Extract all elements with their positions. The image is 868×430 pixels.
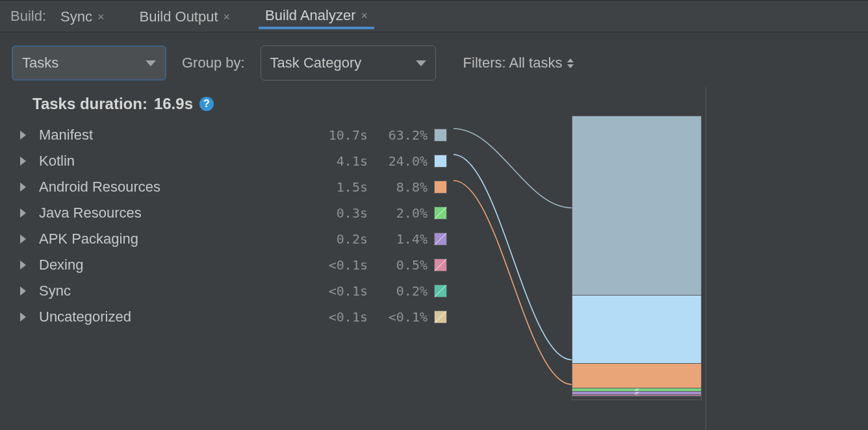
task-name: Manifest xyxy=(39,127,308,144)
task-duration: <0.1s xyxy=(314,257,368,273)
task-duration: 10.7s xyxy=(314,127,368,143)
color-swatch xyxy=(434,259,447,272)
close-icon[interactable]: × xyxy=(361,9,368,23)
task-name: Uncategorized xyxy=(39,309,308,325)
task-duration: 0.2s xyxy=(314,231,368,247)
task-percent: 8.8% xyxy=(374,179,428,195)
chart-segment[interactable] xyxy=(572,295,701,362)
task-duration: 0.3s xyxy=(314,205,368,221)
task-row[interactable]: Dexing<0.1s0.5% xyxy=(4,252,455,278)
tasks-panel: Tasks duration: 16.9s ? Manifest10.7s63.… xyxy=(0,90,455,430)
connector-lines xyxy=(453,120,573,405)
task-percent: 24.0% xyxy=(374,153,428,169)
build-label: Build: xyxy=(10,8,50,25)
chart-segment[interactable] xyxy=(572,116,701,295)
group-by-dropdown[interactable]: Task Category xyxy=(261,45,436,81)
task-row[interactable]: Kotlin4.1s24.0% xyxy=(4,148,455,174)
title-value: 16.9s xyxy=(154,95,193,113)
tab-label: Sync xyxy=(60,8,92,25)
controls-row: Tasks Group by: Task Category Filters: A… xyxy=(0,32,868,87)
stacked-duration-chart xyxy=(572,116,702,400)
color-swatch xyxy=(434,233,447,246)
task-duration: 4.1s xyxy=(314,153,368,169)
task-percent: 63.2% xyxy=(374,127,428,143)
tab-build-analyzer[interactable]: Build Analyzer × xyxy=(259,3,374,29)
task-duration: <0.1s xyxy=(314,283,368,299)
chevron-down-icon xyxy=(416,60,426,66)
color-swatch xyxy=(434,155,447,168)
view-dropdown[interactable]: Tasks xyxy=(12,45,166,81)
close-icon[interactable]: × xyxy=(223,10,231,24)
task-list: Manifest10.7s63.2%Kotlin4.1s24.0%Android… xyxy=(4,122,455,330)
sort-icon xyxy=(567,58,574,68)
task-row[interactable]: APK Packaging0.2s1.4% xyxy=(4,226,455,252)
task-row[interactable]: Uncategorized<0.1s<0.1% xyxy=(4,304,455,330)
task-percent: 0.5% xyxy=(374,257,428,273)
task-name: Dexing xyxy=(39,257,308,273)
task-row[interactable]: Java Resources0.3s2.0% xyxy=(4,200,455,226)
color-swatch xyxy=(434,285,447,297)
tab-sync[interactable]: Sync × xyxy=(54,5,110,28)
task-name: APK Packaging xyxy=(39,231,308,247)
tab-label: Build Output xyxy=(139,8,218,25)
task-name: Sync xyxy=(39,283,308,299)
chevron-down-icon xyxy=(146,60,156,66)
chevron-right-icon[interactable] xyxy=(20,157,26,166)
task-percent: <0.1% xyxy=(374,309,428,325)
chart-segment[interactable] xyxy=(572,396,701,397)
chevron-right-icon[interactable] xyxy=(20,209,26,218)
task-row[interactable]: Android Resources1.5s8.8% xyxy=(4,174,455,200)
task-duration: 1.5s xyxy=(314,179,368,195)
filters-label: Filters: All tasks xyxy=(463,55,563,71)
chevron-right-icon[interactable] xyxy=(20,312,26,322)
task-row[interactable]: Manifest10.7s63.2% xyxy=(4,122,455,148)
task-percent: 0.2% xyxy=(374,283,428,299)
color-swatch xyxy=(434,181,447,194)
filters-control[interactable]: Filters: All tasks xyxy=(452,55,574,71)
chart-segment[interactable] xyxy=(572,363,701,388)
panel-divider[interactable] xyxy=(706,87,706,430)
task-name: Android Resources xyxy=(39,179,308,196)
task-duration: <0.1s xyxy=(314,309,368,325)
tasks-duration-title: Tasks duration: 16.9s ? xyxy=(4,90,455,122)
title-prefix: Tasks duration: xyxy=(32,95,147,113)
help-icon[interactable]: ? xyxy=(199,97,214,111)
group-by-label: Group by: xyxy=(182,55,245,71)
close-icon[interactable]: × xyxy=(97,10,105,24)
task-percent: 2.0% xyxy=(374,205,428,221)
build-tab-strip: Build: Sync × Build Output × Build Analy… xyxy=(0,0,868,32)
tab-label: Build Analyzer xyxy=(265,7,355,24)
chevron-right-icon[interactable] xyxy=(20,183,26,192)
tab-build-output[interactable]: Build Output × xyxy=(133,5,236,28)
task-name: Kotlin xyxy=(39,153,308,170)
task-percent: 1.4% xyxy=(374,231,428,247)
chevron-right-icon[interactable] xyxy=(20,286,26,296)
chevron-right-icon[interactable] xyxy=(20,234,26,244)
task-row[interactable]: Sync<0.1s0.2% xyxy=(4,278,455,304)
dropdown-value: Tasks xyxy=(22,55,58,71)
task-name: Java Resources xyxy=(39,205,308,221)
analyzer-body: Tasks duration: 16.9s ? Manifest10.7s63.… xyxy=(0,87,868,430)
dropdown-value: Task Category xyxy=(270,55,362,71)
color-swatch xyxy=(434,207,447,220)
color-swatch xyxy=(434,129,447,142)
chevron-right-icon[interactable] xyxy=(20,260,26,270)
chevron-right-icon[interactable] xyxy=(20,131,26,140)
color-swatch xyxy=(434,310,447,323)
